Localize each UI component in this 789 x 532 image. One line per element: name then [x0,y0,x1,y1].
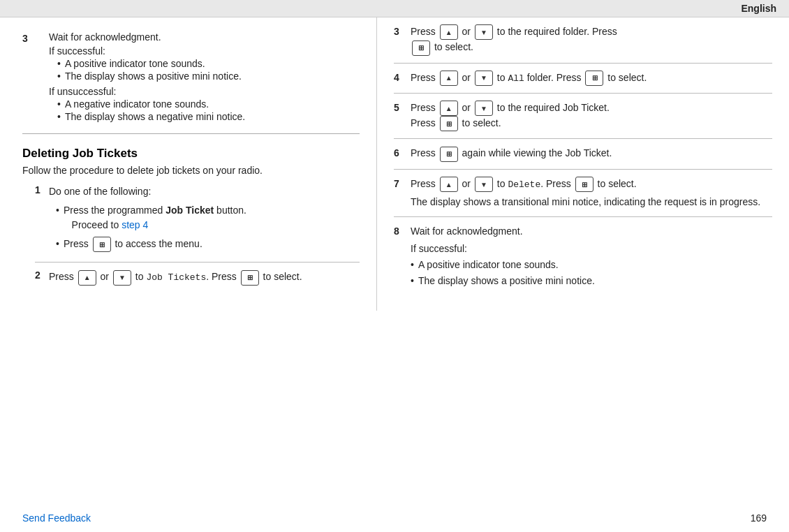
bullet-icon: • [57,98,61,110]
left-bullet-f2: • The display shows a negative mini noti… [57,111,245,122]
up-icon-r4 [440,71,458,86]
divider-1 [22,133,360,134]
bullet-icon: • [411,274,414,288]
right-step-7-content: Press or to Delete. Press ⊞ to select. T… [411,177,772,209]
nested-step-1-num: 1 [35,184,49,255]
down-icon-r7 [475,177,493,192]
right-step-4: 4 Press or to All folder. Press ⊞ to sel… [394,64,772,94]
right-step-3: 3 Press or to the required folder. Press… [394,17,772,64]
left-step3-row: 3 Wait for acknowledgment. If successful… [22,31,360,124]
delete-code: Delete [508,179,540,190]
left-bullet-s1: • A positive indicator tone sounds. [57,58,245,69]
bullet-icon: • [57,58,61,69]
bullet-icon: • [56,203,59,232]
nested-step-1-title: Do one of the following: [49,184,360,199]
left-bullet-s2: • The display shows a positive mini noti… [57,71,245,82]
right-step-8: 8 Wait for acknowledgment. If successful… [394,217,772,297]
right-step-8-title: Wait for acknowledgment. [411,224,772,239]
right-step-4-num: 4 [394,71,411,86]
ok-icon-r4: ⊞ [585,71,603,86]
bullet-icon: • [57,71,61,82]
right-step-4-content: Press or to All folder. Press ⊞ to selec… [411,71,772,86]
up-icon-r3 [440,24,458,40]
left-column: 3 Wait for acknowledgment. If successful… [0,17,377,311]
right-bullet-s1: • A positive indicator tone sounds. [411,258,772,272]
left-bullet-f1: • A negative indicator tone sounds. [57,98,245,110]
ok-icon-r6: ⊞ [440,147,458,162]
right-success-bullet-2: The display shows a positive mini notice… [418,274,595,288]
right-step-5-num: 5 [394,101,411,132]
down-button-icon [113,270,131,286]
section-intro: Follow the procedure to delete job ticke… [22,165,360,176]
right-bullet-s2: • The display shows a positive mini noti… [411,274,772,288]
right-column: 3 Press or to the required folder. Press… [377,17,789,311]
main-content: 3 Wait for acknowledgment. If successful… [0,17,789,311]
left-step3-if-successful: If successful: [49,45,245,57]
all-folder-code: All [508,73,524,84]
right-step-6-num: 6 [394,146,411,161]
right-step-5-content: Press or to the required Job Ticket. Pre… [411,101,772,132]
down-icon-r5 [475,101,493,116]
right-step-3-num: 3 [394,24,411,56]
right-step-3-content: Press or to the required folder. Press ⊞… [411,24,772,56]
right-success-bullet-1: A positive indicator tone sounds. [418,258,559,272]
ok-button-icon: ⊞ [93,237,111,252]
ok-icon-r7: ⊞ [575,177,593,192]
right-step-6: 6 Press ⊞ again while viewing the Job Ti… [394,139,772,169]
footer: Send Feedback 169 [0,512,789,524]
left-fail-bullet-1: A negative indicator tone sounds. [65,98,209,110]
left-step3-num: 3 [22,31,42,124]
left-step3-content: Wait for acknowledgment. If successful: … [49,31,245,124]
nested-steps: 1 Do one of the following: • Press the p… [35,184,360,288]
language-label: English [741,3,776,14]
send-feedback-link[interactable]: Send Feedback [22,512,91,524]
page-number: 169 [751,512,767,524]
nested-step-2-num: 2 [35,269,49,285]
down-icon-r4 [475,71,493,86]
job-tickets-code: Job Tickets [146,272,206,283]
up-button-icon [78,270,96,286]
nested-step-1: 1 Do one of the following: • Press the p… [35,184,360,263]
right-step-8-if-successful: If successful: [411,242,772,256]
right-step-5: 5 Press or to the required Job Ticket. P… [394,94,772,140]
nested-step-1-content: Do one of the following: • Press the pro… [49,184,360,255]
ok-icon-r3: ⊞ [412,40,430,56]
nested-sub-1-text: Press the programmed Job Ticket button. … [64,203,246,232]
right-step-8-content: Wait for acknowledgment. If successful: … [411,224,772,290]
nested-sub-2-text: Press ⊞ to access the menu. [64,237,202,252]
bullet-icon: • [57,111,61,122]
up-icon-r5 [440,101,458,116]
nested-step-2-content: Press or to Job Tickets. Press ⊞ to sele… [49,269,360,285]
left-success-bullet-2: The display shows a positive mini notice… [65,71,242,82]
nested-sub-1-text-before: Press the programmed [64,205,165,216]
left-fail-bullet-2: The display shows a negative mini notice… [65,111,245,122]
right-step-7-num: 7 [394,177,411,209]
up-icon-r7 [440,177,458,192]
ok-button-icon-2: ⊞ [241,270,259,286]
left-success-bullet-1: A positive indicator tone sounds. [65,58,205,69]
bullet-icon: • [411,258,414,272]
right-step-6-content: Press ⊞ again while viewing the Job Tick… [411,146,772,161]
top-bar: English [0,0,789,17]
right-step-8-num: 8 [394,224,411,290]
page: English 3 Wait for acknowledgment. If su… [0,0,789,532]
nested-sub-1: • Press the programmed Job Ticket button… [56,203,360,232]
down-icon-r3 [475,24,493,40]
step4-link[interactable]: step 4 [121,219,148,230]
nested-step-2: 2 Press or to Job Tickets. Press ⊞ to se… [35,269,360,288]
section-heading: Deleting Job Tickets [22,147,360,161]
job-ticket-bold: Job Ticket [165,205,214,216]
nested-sub-2: • Press ⊞ to access the menu. [56,237,360,252]
right-step-7: 7 Press or to Delete. Press ⊞ to select.… [394,170,772,217]
ok-icon-r5: ⊞ [440,116,458,131]
bullet-icon: • [56,237,59,252]
left-step3-title: Wait for acknowledgment. [49,31,245,43]
right-step-7-notice: The display shows a transitional mini no… [411,195,760,209]
left-step3-if-unsuccessful: If unsuccessful: [49,86,245,97]
